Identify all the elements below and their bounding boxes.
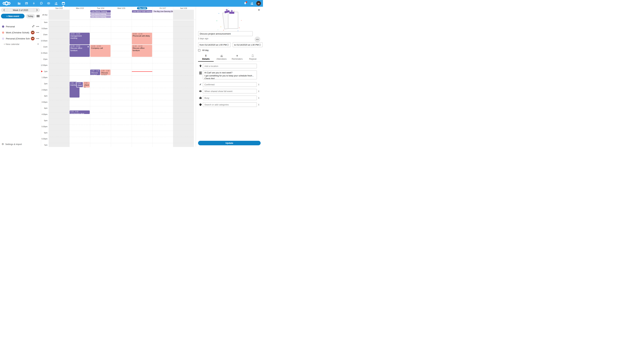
gridline <box>90 32 111 33</box>
time-grid: 9am9:30am10am10:30am11am11:30am12pm12:30… <box>41 20 196 147</box>
shared-by-avatar <box>31 37 34 40</box>
allday-event[interactable]: Line Dance Training <box>90 10 111 12</box>
day-column[interactable] <box>152 20 173 147</box>
gridline <box>111 75 132 76</box>
allday-event[interactable]: The Big Line Dancing Show <box>153 10 173 12</box>
photos-icon[interactable] <box>23 0 30 7</box>
visibility-select[interactable]: When shared show full event <box>203 89 257 93</box>
allday-cell[interactable]: Line dance main rehearsal <box>132 10 152 19</box>
freebusy-select[interactable]: Busy <box>203 95 257 100</box>
calendar-actions-menu-icon[interactable]: ••• <box>36 38 39 39</box>
previous-week-button[interactable] <box>1 8 7 12</box>
day-column[interactable] <box>111 20 132 147</box>
calendar-event[interactable]: 10:00 - 11:00management meeting <box>70 33 90 44</box>
time-label: 11:30am <box>41 52 48 54</box>
calendar-actions-menu-icon[interactable]: ••• <box>36 26 39 27</box>
day-column[interactable]: 10:00 - 11:00Phonecall with Abby11:00 - … <box>132 20 152 147</box>
day-header[interactable]: Fri 1/17 <box>152 7 173 10</box>
start-datetime-field[interactable]: from 01/14/2020 at 1:00 PM <box>198 42 230 47</box>
next-week-button[interactable] <box>34 8 40 12</box>
calendar-event[interactable]: 11:00 - 12:00Discuss office furniture <box>132 45 152 57</box>
day-column[interactable] <box>49 20 70 147</box>
update-button[interactable]: Update <box>198 141 260 145</box>
location-input[interactable] <box>203 64 257 68</box>
calendar-event[interactable]: 11:00 - 12:00Discuss office furniture <box>70 45 90 57</box>
activity-icon[interactable] <box>30 0 38 7</box>
calendar-event[interactable]: 11:00 - 12:00Company call <box>90 45 110 57</box>
calendar-item-work-christine[interactable]: Work (Christine Schott) ••• <box>0 29 41 35</box>
calendar-actions-menu-icon[interactable]: ••• <box>36 32 39 33</box>
sidebar-actions: + New event Today <box>1 14 40 18</box>
calendar-item-personal-christine[interactable]: Personal (Christine Scho...) ••• <box>0 35 41 41</box>
gridline <box>70 26 90 27</box>
contacts-icon[interactable] <box>52 0 60 7</box>
day-header[interactable]: Wed 1/15 <box>111 7 132 10</box>
categories-input[interactable] <box>203 102 257 107</box>
day-column[interactable]: 11:00 - 12:00Company call1:00 - 1:30Disc… <box>90 20 111 147</box>
allday-cell[interactable] <box>49 10 70 19</box>
allday-cell[interactable] <box>70 10 90 19</box>
gridline <box>152 131 173 131</box>
calendar-event[interactable]: 1:00 - 1:30Discuss project announcement <box>90 69 100 75</box>
topbar-right-controls <box>243 1 261 6</box>
description-textarea[interactable]: Hi Carl! are you in next week? I got som… <box>203 70 257 79</box>
allday-event[interactable]: Line dance training <box>90 15 111 18</box>
status-select[interactable]: Confirmed <box>203 82 257 87</box>
calendar-event[interactable]: 2:00 - 2:30check-in <box>83 82 90 87</box>
allday-cell[interactable]: The Big Line Dancing Show <box>152 10 173 19</box>
day-header[interactable]: Thu 1/16 <box>132 7 152 10</box>
share-link-icon[interactable] <box>32 25 34 28</box>
event-actions-menu-button[interactable]: ••• <box>254 36 260 42</box>
new-event-button[interactable]: + New event <box>1 14 24 18</box>
new-calendar-button[interactable]: + New calendar + <box>0 41 41 46</box>
gridline <box>173 63 194 63</box>
nextcloud-logo-icon[interactable] <box>2 1 11 5</box>
calendar-event[interactable]: 2:00 - 2:30check-in <box>76 82 83 87</box>
gridline <box>49 143 70 143</box>
all-day-checkbox[interactable] <box>198 49 200 51</box>
calendar-event[interactable]: 4:20 - 4:40purchasing dept <box>70 110 90 114</box>
day-column[interactable]: 10:00 - 11:00management meeting11:00 - 1… <box>70 20 90 147</box>
categories-info-icon[interactable]: i <box>257 103 260 106</box>
status-info-icon[interactable]: i <box>257 83 260 86</box>
calendar-event[interactable]: 10:00 - 11:00Phonecall with Abby <box>132 33 152 44</box>
gridline <box>173 131 194 131</box>
mail-icon[interactable] <box>45 0 52 7</box>
week-view-toggle-icon[interactable] <box>36 14 40 18</box>
gridline <box>90 137 111 137</box>
day-header[interactable]: Sat 1/18 <box>173 7 194 10</box>
end-datetime-field[interactable]: to 01/14/2020 at 1:30 PM <box>232 42 263 47</box>
gridline <box>111 63 132 63</box>
tab-repeat[interactable]: Repeat <box>245 54 260 61</box>
allday-cell[interactable] <box>111 10 132 19</box>
calendar-icon[interactable] <box>60 0 67 7</box>
allday-cell[interactable] <box>173 10 194 19</box>
tab-reminders[interactable]: Reminders <box>230 54 245 61</box>
day-header[interactable]: Mon 1/13 <box>70 7 90 10</box>
all-day-checkbox-row[interactable]: All day <box>198 49 260 51</box>
day-header[interactable]: Sun 1/12 <box>49 7 70 10</box>
day-column[interactable] <box>173 20 194 147</box>
user-avatar[interactable] <box>256 1 261 6</box>
today-button[interactable]: Today <box>26 14 35 18</box>
files-icon[interactable] <box>16 0 23 7</box>
gridline <box>173 118 194 119</box>
notifications-bell-icon[interactable] <box>243 1 248 6</box>
settings-and-import-button[interactable]: ⚙ Settings & import <box>2 143 22 146</box>
contacts-menu-icon[interactable] <box>250 1 254 6</box>
allday-event[interactable]: Line dance training <box>90 13 111 15</box>
day-header[interactable]: Tue 1/14 <box>90 7 111 10</box>
calendar-item-personal[interactable]: Personal ••• <box>0 23 41 29</box>
time-label: 4pm <box>44 107 48 109</box>
event-title-input[interactable] <box>198 31 253 36</box>
talk-icon[interactable] <box>38 0 45 7</box>
calendar-event[interactable]: 1:00 - 1:30Discuss project <box>100 69 111 75</box>
allday-cell[interactable]: Line Dance TrainingLine dance trainingLi… <box>90 10 111 19</box>
week-label[interactable]: Week 3 of 2020 <box>7 8 34 12</box>
tab-attendees[interactable]: Attendees <box>214 54 229 61</box>
visibility-info-icon[interactable]: i <box>257 90 260 92</box>
freebusy-info-icon[interactable]: i <box>257 97 260 99</box>
allday-event[interactable]: Line dance main rehearsal <box>132 10 152 12</box>
tab-details[interactable]: i Details <box>198 54 214 61</box>
time-label: 6:30pm <box>42 138 48 140</box>
